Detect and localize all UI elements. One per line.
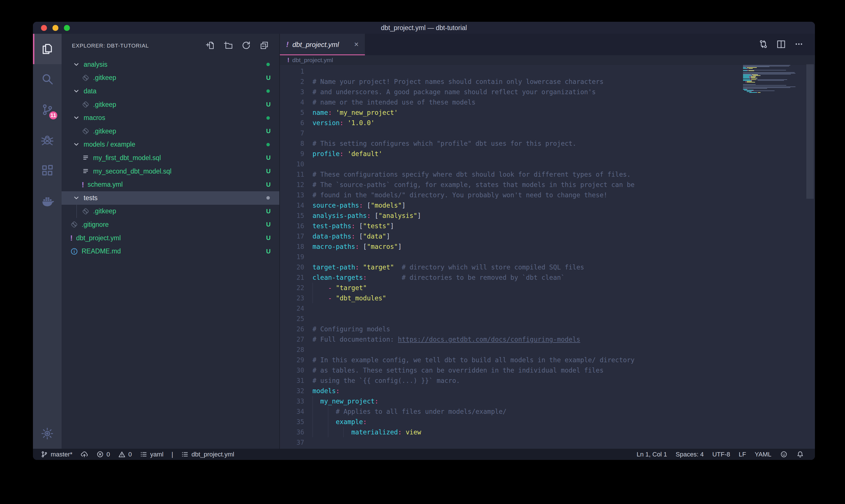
line-number: 22 <box>280 283 304 293</box>
code-line: 4# name or the intended use of these mod… <box>280 97 815 107</box>
code-editor[interactable]: 12# Name your project! Project names sho… <box>280 65 815 449</box>
line-number: 37 <box>280 437 304 448</box>
minimize-window-button[interactable] <box>52 25 58 31</box>
line-number: 27 <box>280 334 304 344</box>
status-eol[interactable]: LF <box>739 451 746 458</box>
new-folder-button[interactable] <box>223 41 233 51</box>
tree-item-label: .gitignore <box>82 221 266 229</box>
line-number: 33 <box>280 396 304 406</box>
tree-item-models-example[interactable]: models / example <box>61 138 279 151</box>
status-encoding[interactable]: UTF-8 <box>713 451 730 458</box>
line-number: 6 <box>280 118 304 128</box>
screen-background: dbt_project.yml — dbt-tutorial 11 EXPLOR… <box>0 0 845 504</box>
code-line: 7 <box>280 128 815 138</box>
activity-item-extensions[interactable] <box>33 155 61 185</box>
status-language-mode[interactable]: YAML <box>755 451 771 458</box>
tree-item-macros[interactable]: macros <box>61 111 279 125</box>
tree-item-schema-yml[interactable]: !schema.ymlU <box>61 178 279 191</box>
code-line: 14source-paths: ["models"] <box>280 200 815 211</box>
files-icon <box>41 42 54 56</box>
cloud-upload-icon <box>80 450 88 458</box>
gear-icon <box>41 427 54 440</box>
tab-dbt-project-yml[interactable]: ! dbt_project.yml × <box>280 34 365 55</box>
code-line: 34 # Applies to all files under models/e… <box>280 406 815 417</box>
bell-icon <box>796 450 804 458</box>
activity-item-explorer[interactable] <box>33 34 61 64</box>
line-number: 32 <box>280 386 304 396</box>
debug-icon <box>41 133 54 147</box>
git-untracked-badge: U <box>266 248 271 255</box>
status-branch[interactable]: master* <box>40 450 72 458</box>
tree-item-my-second-dbt-model-sql[interactable]: my_second_dbt_model.sqlU <box>61 165 279 178</box>
activity-item-run-and-debug[interactable] <box>33 125 61 155</box>
status-outline-yaml[interactable]: yaml <box>140 450 163 458</box>
status-warnings[interactable]: 0 <box>118 450 132 458</box>
breadcrumb[interactable]: ! dbt_project.yml <box>280 55 815 65</box>
tree-item-dbt-project-yml[interactable]: !dbt_project.ymlU <box>61 231 279 245</box>
tree-item-gitkeep[interactable]: .gitkeepU <box>61 125 279 138</box>
line-number: 4 <box>280 97 304 107</box>
status-outline-file[interactable]: dbt_project.yml <box>181 450 234 458</box>
line-number: 23 <box>280 293 304 303</box>
list-icon <box>140 450 147 458</box>
split-editor-button[interactable] <box>776 39 786 50</box>
git-untracked-badge: U <box>266 101 271 108</box>
tree-item-label: models / example <box>84 141 266 148</box>
window-title: dbt_project.yml — dbt-tutorial <box>33 24 815 32</box>
line-number: 35 <box>280 417 304 427</box>
git-compare-icon <box>758 39 769 49</box>
line-number: 30 <box>280 365 304 375</box>
line-number: 9 <box>280 149 304 159</box>
code-line: 20target-path: "target" # directory whic… <box>280 262 815 272</box>
tree-item-gitkeep[interactable]: .gitkeepU <box>61 98 279 111</box>
tree-item-tests[interactable]: tests <box>61 191 279 205</box>
tree-item-gitkeep[interactable]: .gitkeepU <box>61 205 279 218</box>
explorer-header: EXPLORER: DBT-TUTORIAL <box>61 34 279 58</box>
activity-item-search[interactable] <box>33 64 61 94</box>
close-tab-icon[interactable]: × <box>354 41 359 48</box>
line-number: 12 <box>280 180 304 190</box>
line-number: 11 <box>280 169 304 180</box>
code-line: 11# These configurations specify where d… <box>280 169 815 180</box>
activity-item-manage[interactable] <box>33 418 61 449</box>
status-cursor-position[interactable]: Ln 1, Col 1 <box>636 451 667 458</box>
status-notifications[interactable] <box>796 450 804 458</box>
tree-item-readme-md[interactable]: README.mdU <box>61 245 279 258</box>
status-indentation[interactable]: Spaces: 4 <box>676 451 704 458</box>
tree-item-data[interactable]: data <box>61 85 279 98</box>
tree-item-label: .gitkeep <box>93 207 266 215</box>
activity-item-docker[interactable] <box>33 185 61 216</box>
minimap[interactable] <box>743 64 802 94</box>
line-number: 24 <box>280 303 304 313</box>
more-actions-button[interactable] <box>794 39 804 50</box>
close-window-button[interactable] <box>41 25 47 31</box>
refresh-explorer-button[interactable] <box>241 41 251 51</box>
status-publish-changes[interactable] <box>80 450 88 458</box>
new-file-button[interactable] <box>205 41 215 51</box>
tree-item-gitkeep[interactable]: .gitkeepU <box>61 71 279 85</box>
line-number: 26 <box>280 324 304 334</box>
status-errors[interactable]: 0 <box>96 450 110 458</box>
status-feedback[interactable] <box>780 450 788 458</box>
tree-item-gitignore[interactable]: .gitignoreU <box>61 218 279 231</box>
zoom-window-button[interactable] <box>64 25 70 31</box>
line-number: 8 <box>280 138 304 149</box>
git-untracked-badge: U <box>266 221 271 228</box>
git-file-icon <box>82 127 90 135</box>
title-bar: dbt_project.yml — dbt-tutorial <box>33 22 815 34</box>
open-changes-button[interactable] <box>758 39 769 50</box>
tree-item-label: .gitkeep <box>93 74 266 82</box>
traffic-lights <box>41 22 70 34</box>
warning-file-icon: ! <box>82 181 84 189</box>
line-number: 29 <box>280 355 304 365</box>
tree-item-analysis[interactable]: analysis <box>61 58 279 71</box>
collapse-folders-button[interactable] <box>259 41 269 51</box>
editor-scrollbar[interactable] <box>806 64 814 199</box>
line-number: 36 <box>280 427 304 437</box>
tree-item-my-first-dbt-model-sql[interactable]: my_first_dbt_model.sqlU <box>61 151 279 165</box>
tree-item-label: .gitkeep <box>93 101 266 109</box>
status-separator: | <box>172 451 173 458</box>
code-line: 15analysis-paths: ["analysis"] <box>280 211 815 221</box>
file-tree: analysis.gitkeepUdata.gitkeepUmacros.git… <box>61 58 279 449</box>
activity-item-source-control[interactable]: 11 <box>33 94 61 125</box>
